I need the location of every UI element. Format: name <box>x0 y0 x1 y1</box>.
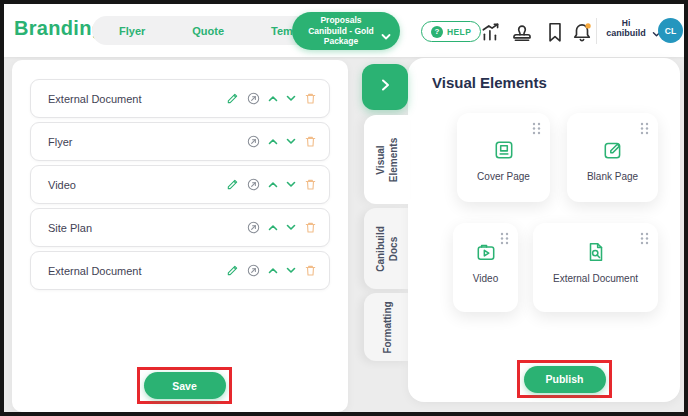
drag-handle-icon[interactable] <box>532 121 541 139</box>
tab-canibuild-docs[interactable]: Canibuild Docs <box>364 208 410 289</box>
publish-button[interactable]: Publish <box>524 366 606 393</box>
tab-visual-elements[interactable]: Visual Elements <box>364 115 410 204</box>
drag-handle-icon[interactable] <box>500 231 509 249</box>
list-item[interactable]: Site Plan <box>30 208 330 247</box>
move-down-icon[interactable] <box>286 267 296 274</box>
external-document-icon <box>585 241 607 267</box>
blank-page-icon <box>602 139 624 165</box>
move-down-icon[interactable] <box>286 224 296 231</box>
move-up-icon[interactable] <box>268 224 278 231</box>
video-icon <box>475 241 497 267</box>
card-external-document[interactable]: External Document <box>533 223 658 312</box>
edit-pencil-icon[interactable] <box>226 178 239 191</box>
move-up-icon[interactable] <box>268 267 278 274</box>
visual-elements-panel: Visual Elements Cover Page Blank Page <box>408 58 680 402</box>
move-down-icon[interactable] <box>286 95 296 102</box>
proposals-line2: Canibuild - Gold <box>308 26 374 37</box>
edit-pencil-icon[interactable] <box>226 92 239 105</box>
cover-page-icon <box>493 139 515 165</box>
card-video[interactable]: Video <box>453 223 518 312</box>
publish-annotation-box: Publish <box>517 360 612 398</box>
list-item[interactable]: External Document <box>30 251 330 290</box>
drag-handle-icon[interactable] <box>640 231 649 249</box>
list-item[interactable]: Video <box>30 165 330 204</box>
user-menu[interactable]: Hi canibuild <box>601 18 651 38</box>
save-annotation-box: Save <box>137 367 232 404</box>
header-divider <box>596 18 597 44</box>
bookmark-icon[interactable] <box>544 21 566 43</box>
document-order-panel: External Document Flyer Video <box>12 60 348 412</box>
move-up-icon[interactable] <box>268 181 278 188</box>
chevron-down-icon <box>381 27 391 45</box>
delete-trash-icon[interactable] <box>304 221 317 234</box>
redirect-circle-icon[interactable] <box>247 178 260 191</box>
card-cover-page[interactable]: Cover Page <box>457 113 550 202</box>
chevron-right-icon <box>377 77 393 97</box>
delete-trash-icon[interactable] <box>304 92 317 105</box>
stamp-icon[interactable] <box>511 21 533 43</box>
redirect-circle-icon[interactable] <box>247 221 260 234</box>
delete-trash-icon[interactable] <box>304 264 317 277</box>
collapse-panel-button[interactable] <box>362 64 408 110</box>
help-button[interactable]: ? HELP <box>421 21 481 42</box>
move-down-icon[interactable] <box>286 138 296 145</box>
proposals-line1: Proposals <box>308 15 374 26</box>
bell-icon[interactable] <box>571 21 593 43</box>
list-item[interactable]: Flyer <box>30 122 330 161</box>
tab-formatting[interactable]: Formatting <box>364 293 410 361</box>
move-up-icon[interactable] <box>268 138 278 145</box>
delete-trash-icon[interactable] <box>304 135 317 148</box>
drag-handle-icon[interactable] <box>640 121 649 139</box>
page-title: Branding <box>14 17 104 40</box>
header: Branding Flyer Quote Templates Proposals… <box>4 4 684 57</box>
redirect-circle-icon[interactable] <box>247 135 260 148</box>
panel-heading: Visual Elements <box>432 74 547 91</box>
edit-pencil-icon[interactable] <box>226 264 239 277</box>
move-down-icon[interactable] <box>286 181 296 188</box>
question-mark-icon: ? <box>431 26 443 38</box>
nav-item-quote[interactable]: Quote <box>192 25 224 37</box>
proposals-package-dropdown[interactable]: Proposals Canibuild - Gold Package <box>292 12 400 50</box>
delete-trash-icon[interactable] <box>304 178 317 191</box>
proposals-line3: Package <box>308 36 374 47</box>
avatar[interactable]: CL <box>658 18 683 43</box>
list-item[interactable]: External Document <box>30 79 330 118</box>
nav-item-flyer[interactable]: Flyer <box>119 25 145 37</box>
card-blank-page[interactable]: Blank Page <box>567 113 658 202</box>
save-button[interactable]: Save <box>144 372 226 399</box>
app-window: Branding Flyer Quote Templates Proposals… <box>0 0 688 416</box>
redirect-circle-icon[interactable] <box>247 92 260 105</box>
analytics-icon[interactable] <box>480 21 502 43</box>
redirect-circle-icon[interactable] <box>247 264 260 277</box>
move-up-icon[interactable] <box>268 95 278 102</box>
